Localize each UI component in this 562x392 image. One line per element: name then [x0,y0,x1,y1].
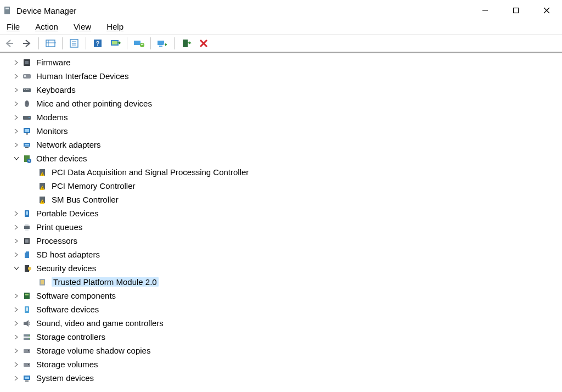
svg-rect-1 [5,8,9,9]
svg-rect-3 [514,8,519,13]
menu-file[interactable]: File [0,21,26,32]
toolbar: ? [0,35,562,52]
enable-device-icon[interactable] [178,36,194,51]
printer-icon [21,223,33,232]
chevron-right-icon [12,349,21,353]
svg-rect-21 [158,41,164,45]
uninstall-icon[interactable] [154,36,171,51]
minimize-button[interactable] [470,0,501,21]
toolbar-sep [174,37,175,49]
storage-volume-icon [21,360,33,369]
chevron-right-icon [12,253,21,257]
svg-rect-19 [134,41,140,45]
tree-item-sound[interactable]: Sound, video and game controllers [0,316,562,330]
storage-controller-icon [21,333,33,341]
close-button[interactable] [531,0,562,21]
forward-button[interactable] [19,36,35,51]
toolbar-sep [38,37,39,49]
tree-item-monitors[interactable]: Monitors [0,124,562,138]
modem-icon [21,113,33,122]
svg-text:?: ? [96,40,100,47]
window-title: Device Manager [16,6,76,15]
tree-item-sd[interactable]: SD host adapters [0,248,562,261]
svg-rect-18 [112,41,117,44]
chevron-right-icon [12,239,21,243]
tpm-icon [36,278,48,287]
tree-item-software-devices[interactable]: Software devices [0,303,562,316]
tree-item-storage-volumes[interactable]: Storage volumes [0,357,562,371]
chevron-right-icon [12,211,21,216]
device-warning-icon [36,195,48,204]
portable-icon [21,209,33,218]
tree-item-tpm[interactable]: Trusted Platform Module 2.0 [0,275,562,289]
menu-help[interactable]: Help [100,21,130,32]
window-controls [470,0,562,21]
chevron-down-icon [12,266,21,271]
back-button[interactable] [1,36,18,51]
tree-item-firmware[interactable]: Firmware [0,55,562,69]
content-area: ? ! Firmware Hum [0,52,562,391]
chevron-right-icon [12,307,21,312]
chevron-right-icon [12,74,21,79]
maximize-button[interactable] [501,0,531,21]
tree-item-portable[interactable]: Portable Devices [0,206,562,220]
monitor-icon [21,127,33,136]
tree-item-modems[interactable]: Modems [0,110,562,124]
tree-item-mice[interactable]: Mice and other pointing devices [0,97,562,110]
tree-item-system[interactable]: System devices [0,371,562,385]
toolbar-sep [127,37,127,49]
tree-item-hid[interactable]: Human Interface Devices [0,69,562,83]
tree-item-pci-data[interactable]: PCI Data Acquisition and Signal Processi… [0,165,562,179]
chevron-right-icon [12,143,21,147]
tree-item-keyboards[interactable]: Keyboards [0,83,562,97]
properties-icon[interactable] [66,36,82,51]
keyboard-icon [21,86,33,94]
mouse-icon [21,99,33,108]
sound-icon [21,319,33,328]
app-icon [2,5,12,15]
chevron-right-icon [12,321,21,326]
sd-icon [21,250,33,259]
security-icon [21,264,33,273]
svg-rect-8 [46,40,55,47]
tree-item-storage-controllers[interactable]: Storage controllers [0,330,562,344]
processor-icon [21,237,33,245]
tree-item-processors[interactable]: Processors [0,234,562,248]
titlebar: Device Manager [0,0,562,21]
device-tree[interactable]: ? ! Firmware Hum [0,53,562,385]
chevron-right-icon [12,294,21,298]
tree-item-security[interactable]: Security devices [0,261,562,275]
chevron-right-icon [12,335,21,339]
software-component-icon [21,292,33,300]
chevron-right-icon [12,362,21,367]
svg-rect-22 [159,46,162,47]
tree-item-sm-bus[interactable]: SM Bus Controller [0,193,562,206]
network-icon [21,141,33,149]
menu-action[interactable]: Action [29,21,65,32]
tree-item-pci-mem[interactable]: PCI Memory Controller [0,179,562,193]
update-driver-icon[interactable] [131,36,147,51]
menu-view[interactable]: View [67,21,98,32]
chevron-right-icon [12,129,21,133]
hid-icon [21,72,33,81]
help-icon[interactable]: ? [89,36,106,51]
software-device-icon [21,305,33,314]
tree-item-other[interactable]: Other devices [0,152,562,165]
toolbar-sep [150,37,151,49]
selected-item-label: Trusted Platform Module 2.0 [52,277,159,287]
toolbar-sep [86,37,86,49]
storage-shadow-icon [21,346,33,355]
chevron-right-icon [12,88,21,92]
other-devices-icon [21,154,33,163]
chevron-right-icon [12,102,21,106]
svg-rect-24 [183,40,188,47]
tree-item-network[interactable]: Network adapters [0,138,562,152]
tree-item-print[interactable]: Print queues [0,220,562,234]
disable-device-icon[interactable] [195,36,212,51]
show-hidden-icon[interactable] [42,36,59,51]
tree-item-storage-shadow[interactable]: Storage volume shadow copies [0,344,562,357]
tree-item-software-components[interactable]: Software components [0,289,562,303]
menubar: File Action View Help [0,21,562,35]
device-warning-icon [36,168,48,177]
scan-hardware-icon[interactable] [107,36,123,51]
